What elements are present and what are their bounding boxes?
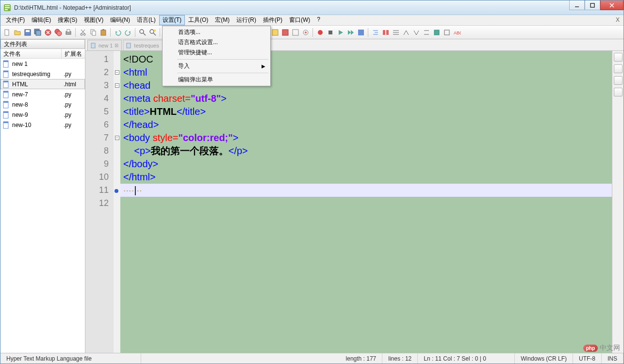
fold-all-icon[interactable]	[411, 28, 421, 37]
titlebar[interactable]: D:\txt\HTML.html - Notepad++ [Administra…	[0, 0, 624, 15]
play-multi-icon[interactable]	[346, 28, 355, 37]
sync-h-icon[interactable]	[301, 28, 310, 37]
fold-column[interactable]: −−−	[114, 51, 120, 353]
code-line[interactable]: </head>	[123, 118, 609, 131]
dropdown-item[interactable]: 语言格式设置...	[164, 37, 269, 47]
svg-point-30	[150, 30, 154, 33]
code-line[interactable]	[123, 197, 609, 210]
fold-marker[interactable]: −	[115, 70, 119, 75]
code-line[interactable]: <meta charset="utf-8">	[123, 92, 609, 105]
dropdown-item[interactable]: 导入▶	[164, 61, 269, 71]
code-line[interactable]: </body>	[123, 158, 609, 171]
guide-icon[interactable]	[401, 28, 411, 37]
save-all-icon[interactable]	[33, 28, 42, 37]
menu-?[interactable]: ?	[313, 15, 324, 25]
menu-运行[interactable]: 运行(R)	[233, 15, 260, 25]
close-file-icon[interactable]	[43, 28, 52, 37]
code-line[interactable]: <p>我的第一个段落。</p>	[123, 144, 609, 158]
strip-button[interactable]	[614, 88, 623, 96]
sync-v-icon[interactable]	[291, 28, 300, 37]
close-button[interactable]	[600, 0, 624, 10]
svg-rect-12	[36, 31, 41, 35]
header-ext[interactable]: 扩展名	[62, 49, 85, 58]
doc-map-icon[interactable]	[442, 28, 451, 37]
replace-icon[interactable]	[148, 28, 157, 37]
minimize-button[interactable]	[569, 0, 585, 10]
code-line[interactable]: <body style="color:red;">	[123, 131, 609, 144]
editor-tab[interactable]: new 1⊠	[87, 40, 122, 50]
code-line[interactable]: <title>HTML</title>	[123, 105, 609, 118]
menubar-close-x[interactable]: X	[616, 16, 620, 23]
open-file-icon[interactable]	[13, 28, 22, 37]
save-icon[interactable]	[23, 28, 32, 37]
indent-icon[interactable]	[371, 28, 380, 37]
strip-button[interactable]	[614, 64, 623, 73]
file-row[interactable]: testrequestimg.py	[0, 69, 85, 79]
menu-编码[interactable]: 编码(N)	[107, 15, 133, 25]
svg-rect-27	[102, 29, 104, 31]
menu-窗口[interactable]: 窗口(W)	[286, 15, 313, 25]
svg-point-20	[81, 33, 82, 35]
svg-rect-68	[91, 43, 95, 48]
paste-icon[interactable]	[99, 28, 108, 37]
editor-tab[interactable]: testreques	[123, 40, 162, 50]
close-all-icon[interactable]	[53, 28, 63, 37]
copy-icon[interactable]	[88, 28, 98, 37]
file-row[interactable]: new-7.py	[0, 89, 85, 99]
zoom-in-icon[interactable]	[270, 28, 279, 37]
file-row[interactable]: new-8.py	[0, 99, 85, 110]
svg-rect-39	[328, 31, 332, 34]
menu-宏[interactable]: 宏(M)	[212, 15, 233, 25]
file-row[interactable]: new-9.py	[0, 110, 85, 120]
menu-插件[interactable]: 插件(P)	[260, 15, 286, 25]
show-all-icon[interactable]	[391, 28, 400, 37]
find-icon[interactable]	[138, 28, 147, 37]
code-editor[interactable]: 123456789101112 −−− <!DOC<html<head<meta…	[85, 51, 612, 353]
file-name: new-8	[12, 101, 64, 108]
redo-icon[interactable]	[123, 28, 132, 37]
unfold-all-icon[interactable]	[422, 28, 431, 37]
status-filetype: Hyper Text Markup Language file	[0, 353, 141, 364]
zoom-out-icon[interactable]	[280, 28, 290, 37]
file-row[interactable]: new 1	[0, 59, 85, 69]
record-icon[interactable]	[315, 28, 325, 37]
menu-设置[interactable]: 设置(T)	[159, 15, 185, 25]
maximize-button[interactable]	[585, 0, 600, 10]
svg-rect-55	[3, 61, 8, 62]
tab-file-icon	[91, 43, 97, 48]
print-icon[interactable]	[64, 28, 73, 37]
code-line[interactable]: ····|··	[120, 184, 612, 197]
undo-icon[interactable]	[113, 28, 122, 37]
svg-line-29	[143, 33, 146, 35]
func-list-icon[interactable]: ABC	[452, 28, 461, 37]
new-file-icon[interactable]	[2, 28, 12, 37]
tab-close-icon[interactable]: ⊠	[115, 43, 118, 48]
menu-文件[interactable]: 文件(F)	[2, 15, 28, 25]
svg-text:ABC: ABC	[454, 31, 461, 35]
cut-icon[interactable]	[78, 28, 87, 37]
fold-marker[interactable]: −	[115, 83, 119, 88]
code-content[interactable]: <!DOC<html<head<meta charset="utf-8"><ti…	[120, 51, 612, 353]
doc-list-icon[interactable]	[432, 28, 441, 37]
header-filename[interactable]: 文件名	[0, 49, 62, 58]
menu-编辑[interactable]: 编辑(E)	[28, 15, 54, 25]
strip-button[interactable]	[614, 76, 623, 85]
file-row[interactable]: HTML.html	[0, 79, 85, 89]
stop-icon[interactable]	[326, 28, 335, 37]
menu-搜索[interactable]: 搜索(S)	[54, 15, 81, 25]
svg-point-38	[318, 30, 323, 35]
menu-工具[interactable]: 工具(O)	[185, 15, 212, 25]
menu-视图[interactable]: 视图(V)	[81, 15, 107, 25]
dropdown-item[interactable]: 首选项...	[164, 27, 269, 37]
code-line[interactable]: </html>	[123, 171, 609, 184]
strip-button[interactable]	[614, 53, 623, 62]
play-icon[interactable]	[336, 28, 345, 37]
fold-marker[interactable]: −	[115, 136, 119, 140]
file-list-header[interactable]: 文件名 扩展名	[0, 49, 85, 59]
save-macro-icon[interactable]	[356, 28, 365, 37]
dropdown-item[interactable]: 编辑弹出菜单	[164, 75, 269, 85]
wrap-icon[interactable]	[381, 28, 390, 37]
menu-语言[interactable]: 语言(L)	[133, 15, 159, 25]
dropdown-item[interactable]: 管理快捷键...	[164, 47, 269, 58]
file-row[interactable]: new-10.py	[0, 120, 85, 130]
